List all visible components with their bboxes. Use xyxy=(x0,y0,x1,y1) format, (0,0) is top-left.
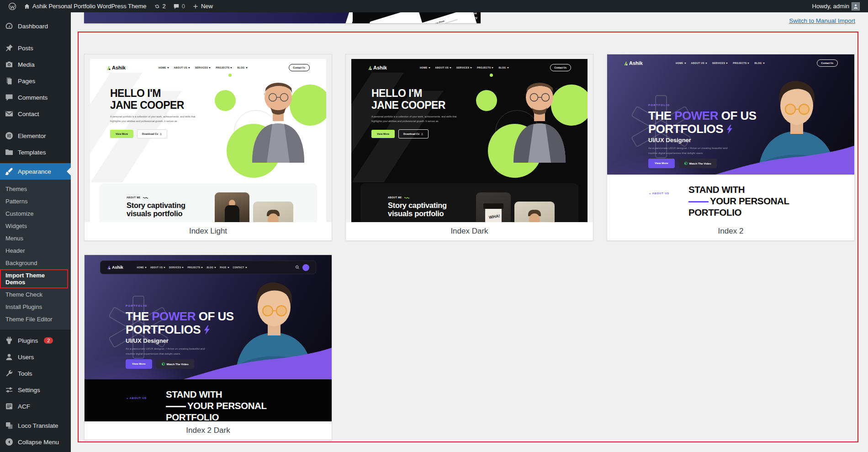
submenu-item-customize[interactable]: Customize xyxy=(0,207,71,220)
submenu-item-widgets[interactable]: Widgets xyxy=(0,220,71,232)
lightning-bolt-icon xyxy=(204,325,210,335)
hero-desc-line1: A personal portfolio is a collection of … xyxy=(110,115,195,118)
sidebar-item-users[interactable]: Users xyxy=(0,349,71,365)
plugins-update-badge: 2 xyxy=(44,337,53,344)
media-icon xyxy=(5,60,14,69)
banner-black-segment: Eleanor Pena Your Portfolio You cess Sto… xyxy=(353,12,481,23)
submenu-item-import-theme-demos[interactable]: Import Theme Demos xyxy=(0,269,68,288)
sidebar-item-elementor[interactable]: Elementor xyxy=(0,128,71,144)
view-more-button: View More xyxy=(371,130,395,138)
mini-site-logo: Ashik xyxy=(624,60,643,66)
chevron-down-icon xyxy=(705,63,707,65)
sidebar-item-posts[interactable]: Posts xyxy=(0,40,71,56)
mini-site-nav: HOME ABOUT US SERVICES PROJECTS BLOG PAG… xyxy=(137,266,247,269)
about-section: ABOUT ME Story captivating visuals portf… xyxy=(360,183,578,222)
sidebar-label-contact: Contact xyxy=(18,111,39,117)
stand-line3: PORTFOLIO xyxy=(688,207,741,218)
chevron-down-icon xyxy=(763,63,765,65)
sidebar-item-contact[interactable]: Contact xyxy=(0,106,71,122)
demo-title-index-dark: Index Dark xyxy=(346,222,593,240)
brush-icon xyxy=(5,167,14,176)
nav-home: HOME xyxy=(676,62,683,64)
demo-card-index-light[interactable]: Ashik HOME ABOUT US SERVICES PROJECTS BL… xyxy=(84,54,332,241)
comments-indicator[interactable]: 0 xyxy=(169,0,189,12)
submenu-item-themes[interactable]: Themes xyxy=(0,183,71,195)
updates-icon xyxy=(154,3,160,10)
chevron-down-icon xyxy=(492,67,493,69)
sidebar-item-loco-translate[interactable]: Loco Translate xyxy=(0,417,71,434)
new-label: New xyxy=(201,3,213,10)
sidebar-item-plugins[interactable]: Plugins 2 xyxy=(0,332,71,349)
desc-line2: intuitive digital experiences that delig… xyxy=(126,352,181,355)
download-cv-label: Download Cv xyxy=(142,133,158,135)
nav-blog: BLOG xyxy=(206,266,213,269)
pushpin-icon xyxy=(5,43,14,53)
new-button[interactable]: New xyxy=(189,0,217,12)
wordpress-logo-icon[interactable] xyxy=(5,0,20,12)
about-title-line1: Story captivating xyxy=(388,201,447,209)
chevron-down-icon xyxy=(230,67,232,69)
sidebar-item-media[interactable]: Media xyxy=(0,56,71,73)
submenu-item-theme-check[interactable]: Theme Check xyxy=(0,288,71,301)
switch-to-manual-import-link[interactable]: Switch to Manual Import xyxy=(789,17,855,24)
sidebar-item-settings[interactable]: Settings xyxy=(0,382,71,398)
sidebar-item-templates[interactable]: Templates xyxy=(0,144,71,160)
sliders-icon xyxy=(5,385,14,394)
sidebar-label-tools: Tools xyxy=(18,370,32,377)
portfolio-eyebrow: PORTFOLIO xyxy=(648,104,670,106)
header-tools xyxy=(295,264,309,271)
demo-import-grid: Ashik HOME ABOUT US SERVICES PROJECTS BL… xyxy=(78,32,858,442)
sidebar-item-dashboard[interactable]: Dashboard xyxy=(0,18,71,34)
nav-home: HOME xyxy=(420,66,428,69)
submenu-item-patterns[interactable]: Patterns xyxy=(0,195,71,207)
download-cv-label: Download Cv xyxy=(403,133,419,135)
pages-icon xyxy=(5,76,14,85)
about-us-label: ABOUT US xyxy=(129,397,147,399)
hero-man-photo xyxy=(505,69,574,163)
demo-card-index-2-dark[interactable]: Ashik HOME ABOUT US SERVICES PROJECTS BL… xyxy=(84,255,332,440)
site-name-link[interactable]: Ashik Personal Portfolio WordPress Theme xyxy=(20,0,150,12)
stand-line2: YOUR PERSONAL xyxy=(710,196,789,206)
account-menu[interactable]: Howdy, admin xyxy=(809,0,863,12)
submenu-item-background[interactable]: Background xyxy=(0,257,71,269)
nav-services: SERVICES xyxy=(195,66,208,69)
view-more-button: View More xyxy=(126,359,152,369)
submenu-item-header[interactable]: Header xyxy=(0,245,71,257)
sidebar-item-tools[interactable]: Tools xyxy=(0,365,71,382)
green-dot-shape xyxy=(228,74,232,77)
nav-blog: BLOG xyxy=(237,66,244,69)
mini-site-logo: Ashik xyxy=(106,65,126,70)
sidebar-item-collapse-menu[interactable]: Collapse Menu xyxy=(0,434,71,450)
about-us-label: ABOUT US xyxy=(652,192,669,195)
stand-section: » ABOUT US STAND WITH YOUR PERSONAL PORT… xyxy=(607,175,854,222)
nav-about: ABOUT US xyxy=(174,66,187,69)
sidebar-item-acf[interactable]: ACF xyxy=(0,398,71,415)
sidebar-label-users: Users xyxy=(18,354,34,361)
mini-site-nav: HOME ABOUT US SERVICES PROJECTS BLOG xyxy=(676,62,765,65)
updates-indicator[interactable]: 2 xyxy=(150,0,169,12)
brand-mark-icon xyxy=(107,265,111,270)
howdy-text: Howdy, admin xyxy=(812,3,849,10)
sidebar-item-pages[interactable]: Pages xyxy=(0,73,71,89)
submenu-item-menus[interactable]: Menus xyxy=(0,232,71,245)
mini-site-header: Ashik HOME ABOUT US SERVICES PROJECTS BL… xyxy=(607,58,854,68)
banner-indigo-segment xyxy=(84,12,355,23)
sidebar-label-appearance: Appearance xyxy=(18,168,51,175)
nav-projects: PROJECTS xyxy=(477,66,491,69)
demo-title-index-light: Index Light xyxy=(85,222,332,240)
submenu-item-theme-file-editor[interactable]: Theme File Editor xyxy=(0,313,71,325)
demo-card-index-2[interactable]: Ashik HOME ABOUT US SERVICES PROJECTS BL… xyxy=(607,54,855,241)
demo-card-index-dark[interactable]: Ashik HOME ABOUT US SERVICES PROJECTS BL… xyxy=(345,54,593,241)
sidebar-label-acf: ACF xyxy=(18,403,30,410)
submenu-item-install-plugins[interactable]: Install Plugins xyxy=(0,301,71,313)
chevron-down-icon xyxy=(450,67,451,69)
brand-text: Ashik xyxy=(112,265,123,270)
sidebar-item-appearance[interactable]: Appearance xyxy=(0,163,71,180)
download-cv-button: Download Cv xyxy=(137,129,167,138)
watch-video-button: Watch The Video xyxy=(156,359,194,369)
acf-icon xyxy=(5,402,14,411)
dash-line-shape xyxy=(166,406,186,407)
title-line2: PORTFOLIOS xyxy=(648,122,723,136)
sidebar-item-comments[interactable]: Comments xyxy=(0,89,71,106)
sidebar-label-loco-translate: Loco Translate xyxy=(18,422,58,429)
